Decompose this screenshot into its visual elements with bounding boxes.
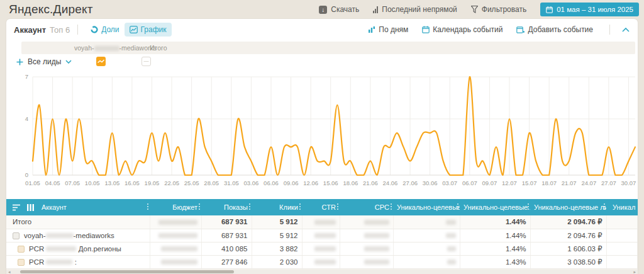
mini-line-icon (96, 57, 106, 66)
col-header-impressions[interactable]: Показы (201, 199, 252, 215)
budget-cell (150, 215, 201, 229)
report-card: Аккаунт Топ 6 Доли График По дням Календ… (6, 19, 638, 274)
svg-text:18.07: 18.07 (541, 180, 557, 186)
account-cell: PCR Доп.регионы (6, 242, 150, 255)
col-header-unique-leads-pct[interactable]: Уникально-целевые лиды % (460, 199, 530, 215)
series-toggle-total[interactable] (142, 57, 151, 66)
table-row-account[interactable]: voyah--mediaworks 687 931 5 912 1.44% 2 … (6, 229, 638, 242)
top-actions: ↓ Скачать Последний непрямой Фильтровать… (319, 3, 639, 16)
sort-icon[interactable] (13, 204, 21, 211)
col-header-account[interactable]: Аккаунт (6, 199, 150, 215)
unique-leads-price-cell: 2 094.76 ₽ (530, 215, 606, 229)
scroll-right-icon[interactable]: ▸ (633, 270, 636, 274)
donut-icon (91, 26, 98, 33)
unique-leads-cell (393, 229, 460, 242)
filter-button[interactable]: Фильтровать (471, 5, 526, 14)
funnel-icon (471, 6, 478, 13)
graph-tab[interactable]: График (125, 23, 172, 37)
row-checkbox[interactable] (18, 259, 25, 266)
row-checkbox[interactable] (18, 246, 25, 253)
svg-text:31.05: 31.05 (224, 180, 239, 186)
column-menu-icon[interactable] (199, 203, 201, 210)
column-menu-icon[interactable] (457, 203, 459, 210)
svg-text:28.05: 28.05 (204, 180, 219, 186)
legend-band: voyah--mediaworks Итого (21, 42, 635, 54)
svg-text:13.05: 13.05 (104, 180, 119, 186)
collapse-chevron-up-icon[interactable] (621, 27, 630, 33)
clicks-cell: 5 912 (252, 215, 302, 229)
col-header-clicks[interactable]: Клики (252, 199, 302, 215)
svg-text:22.05: 22.05 (164, 180, 179, 186)
impressions-cell: 687 931 (201, 215, 252, 229)
column-menu-icon[interactable] (337, 203, 339, 210)
top-n-label[interactable]: Топ 6 (50, 25, 70, 35)
top-bar: Яндекс.Директ ↓ Скачать Последний непрям… (0, 0, 644, 19)
svg-text:24.06: 24.06 (383, 180, 398, 186)
clicks-cell: 3 882 (252, 242, 302, 255)
download-button[interactable]: ↓ Скачать (319, 5, 359, 14)
granularity-icon (368, 26, 375, 33)
line-chart[interactable]: 01.0504.0507.0510.0513.0516.0519.0522.05… (10, 72, 638, 193)
scroll-left-icon[interactable]: ◂ (8, 270, 11, 274)
svg-text:24.07: 24.07 (581, 180, 596, 186)
impressions-cell: 687 931 (201, 229, 252, 242)
svg-text:09.06: 09.06 (284, 180, 299, 186)
svg-text:12.07: 12.07 (502, 180, 517, 186)
col-header-unique-leads-price[interactable]: Уникально-целевые лиды цена (530, 199, 606, 215)
legend-series-1-label: voyah--mediaworks (74, 44, 157, 52)
col-header-unique-leads[interactable]: Уникально-целевые лиды (393, 199, 460, 215)
metric-filter-dropdown[interactable]: Все лиды (16, 57, 72, 66)
column-menu-icon[interactable] (249, 203, 251, 210)
column-menu-icon[interactable] (604, 203, 606, 210)
events-calendar-button[interactable]: Календарь событий (417, 23, 508, 37)
svg-text:27.07: 27.07 (601, 180, 616, 186)
col-header-budget[interactable]: Бюджет (150, 199, 201, 215)
chart-area: 01.0504.0507.0510.0513.0516.0519.0522.05… (10, 72, 634, 195)
column-menu-icon[interactable] (528, 203, 530, 210)
budget-cell (150, 255, 201, 268)
ctr-cell (302, 255, 340, 268)
column-menu-icon[interactable] (391, 203, 392, 210)
svg-text:25.05: 25.05 (184, 180, 199, 186)
ctr-cell (302, 242, 340, 255)
stats-table: Аккаунт Бюджет Показы Клики CTR CPC Уник… (6, 199, 638, 274)
col-header-ctr[interactable]: CTR (302, 199, 340, 215)
svg-text:4: 4 (25, 115, 28, 122)
horizontal-scrollbar[interactable]: ◂ ▸ (6, 270, 638, 274)
plus-icon (16, 59, 23, 66)
by-days-button[interactable]: По дням (363, 23, 413, 37)
ctr-cell (302, 229, 340, 242)
unique-leads-cell (393, 215, 460, 229)
columns-icon[interactable] (27, 204, 34, 211)
unique-leads-pct-cell: 1.44% (460, 229, 530, 242)
row-checkbox[interactable] (13, 232, 19, 239)
shares-tab[interactable]: Доли (86, 23, 124, 37)
add-event-button[interactable]: Добавить событие (511, 23, 598, 37)
date-range-button[interactable]: 01 мая – 31 июля 2025 (540, 3, 639, 16)
report-toolbar: Аккаунт Топ 6 Доли График По дням Календ… (6, 19, 638, 38)
legend-series-2-label: Итого (150, 44, 167, 52)
svg-text:04.05: 04.05 (45, 180, 60, 186)
series-toggle-voyah[interactable] (96, 57, 106, 66)
col-header-cpc[interactable]: CPC (340, 199, 393, 215)
column-menu-icon[interactable] (147, 203, 149, 210)
attribution-model-button[interactable]: Последний непрямой (373, 5, 457, 14)
clicks-cell: 5 912 (252, 229, 302, 242)
table-header-row: Аккаунт Бюджет Показы Клики CTR CPC Уник… (6, 199, 638, 215)
svg-text:15.06: 15.06 (323, 180, 338, 186)
unique-leads-cell (393, 242, 460, 255)
unique-leads-price-cell: 2 094.76 ₽ (530, 229, 606, 242)
scrollbar-thumb[interactable] (20, 270, 234, 273)
table-row-campaign[interactable]: PCR : 277 846 2 030 1.43% 3 038.50 ₽ (6, 255, 638, 268)
mini-line-icon (142, 57, 150, 66)
svg-text:21.06: 21.06 (363, 180, 378, 186)
grouping-label: Аккаунт (14, 25, 46, 35)
table-row-total-top[interactable]: Итого 687 931 5 912 1.44% 2 094.76 ₽ (6, 215, 638, 229)
cpc-cell (340, 229, 393, 242)
column-menu-icon[interactable] (299, 203, 301, 210)
col-header-cutoff[interactable]: Уникал (606, 199, 638, 215)
divider (609, 25, 610, 35)
impressions-cell: 277 846 (201, 255, 252, 268)
svg-text:03.07: 03.07 (442, 180, 457, 186)
table-row-campaign[interactable]: PCR Доп.регионы 410 085 3 882 1.44% 1 60… (6, 242, 638, 255)
